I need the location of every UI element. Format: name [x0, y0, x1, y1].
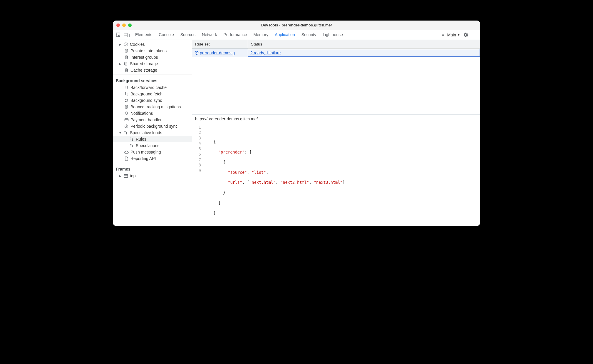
- sidebar-item-label: Interest groups: [130, 55, 158, 60]
- svg-rect-2: [127, 34, 129, 37]
- svg-point-11: [125, 86, 128, 87]
- sidebar-item-label: Cache storage: [130, 68, 157, 73]
- target-selector[interactable]: Main ▼: [447, 33, 460, 37]
- sidebar-item-notifications[interactable]: Notifications: [113, 110, 192, 117]
- rules-table: Rule set Status prerender-demos.g 2 read…: [192, 40, 480, 115]
- section-frames: Frames: [113, 164, 192, 173]
- tab-security[interactable]: Security: [301, 31, 317, 39]
- device-icon[interactable]: [123, 31, 130, 39]
- sidebar-item-label: Cookies: [130, 42, 145, 47]
- inspect-icon[interactable]: [115, 31, 122, 39]
- divider: [113, 163, 192, 163]
- sidebar-item-label: Payment handler: [130, 117, 162, 122]
- sidebar-item-speculations[interactable]: Speculations: [113, 142, 192, 149]
- sidebar-item-label: Background fetch: [130, 92, 163, 96]
- col-header-rule[interactable]: Rule set: [192, 40, 248, 48]
- settings-icon[interactable]: [463, 32, 468, 38]
- tab-network[interactable]: Network: [201, 31, 217, 39]
- cell-rule[interactable]: prerender-demos.g: [192, 49, 248, 57]
- sidebar-item-payment[interactable]: Payment handler: [113, 117, 192, 123]
- sidebar-item-periodic[interactable]: Periodic background sync: [113, 123, 192, 129]
- panel-tabs: Elements Console Sources Network Perform…: [135, 31, 441, 39]
- database-icon: [124, 105, 129, 109]
- sidebar-item-label: Notifications: [130, 111, 153, 116]
- table-row[interactable]: prerender-demos.g 2 ready, 1 failure: [192, 49, 480, 57]
- card-icon: [124, 117, 129, 122]
- tab-elements[interactable]: Elements: [135, 31, 153, 39]
- svg-point-5: [126, 44, 127, 45]
- window-title: DevTools - prerender-demos.glitch.me/: [113, 23, 480, 27]
- sidebar-item-bg-sync[interactable]: Background sync: [113, 97, 192, 104]
- database-icon: [124, 68, 129, 73]
- cell-status[interactable]: 2 ready, 1 failure: [248, 49, 480, 57]
- col-header-status[interactable]: Status: [248, 40, 480, 48]
- devtools-window: DevTools - prerender-demos.glitch.me/ El…: [113, 21, 480, 226]
- sidebar-item-rules[interactable]: Rules: [113, 136, 192, 142]
- traffic-lights: [116, 23, 132, 27]
- sidebar-item-label: Reporting API: [130, 156, 156, 161]
- svg-rect-13: [125, 119, 128, 121]
- section-background-services: Background services: [113, 76, 192, 84]
- detail-url: https://prerender-demos.glitch.me/: [192, 115, 480, 123]
- sidebar-item-frame-top[interactable]: ▶ top: [113, 173, 192, 179]
- line-gutter: 1 2 3 4 5 6 7 8 9: [192, 124, 204, 225]
- tab-console[interactable]: Console: [158, 31, 174, 39]
- sidebar-item-cache-storage[interactable]: Cache storage: [113, 67, 192, 73]
- database-icon: [124, 85, 129, 90]
- tab-lighthouse[interactable]: Lighthouse: [322, 31, 344, 39]
- sidebar-item-label: Bounce tracking mitigations: [130, 105, 181, 109]
- tab-application[interactable]: Application: [274, 31, 296, 39]
- transfer-icon: [123, 130, 128, 135]
- sidebar: ▶ Cookies Private state tokens Interest …: [113, 40, 192, 226]
- sidebar-item-label: top: [130, 173, 135, 178]
- chevron-down-icon: ▼: [119, 131, 122, 134]
- sidebar-item-bounce[interactable]: Bounce tracking mitigations: [113, 104, 192, 110]
- cell-rule-text: prerender-demos.g: [200, 50, 235, 55]
- cell-status-text: 2 ready, 1 failure: [250, 50, 281, 55]
- sidebar-item-label: Background sync: [130, 98, 162, 103]
- transfer-icon: [129, 137, 134, 141]
- toolbar: Elements Console Sources Network Perform…: [113, 30, 480, 40]
- sidebar-item-label: Speculative loads: [130, 130, 162, 135]
- svg-point-6: [125, 45, 126, 45]
- database-icon: [123, 61, 128, 66]
- target-label: Main: [447, 33, 456, 37]
- sidebar-item-private-state[interactable]: Private state tokens: [113, 48, 192, 54]
- svg-point-8: [125, 56, 128, 57]
- clock-icon: [124, 124, 129, 129]
- sidebar-item-push[interactable]: Push messaging: [113, 149, 192, 155]
- bell-icon: [124, 111, 129, 116]
- svg-point-3: [124, 43, 128, 46]
- kebab-icon[interactable]: ⋮: [471, 33, 477, 36]
- svg-point-10: [125, 69, 128, 70]
- transfer-icon: [129, 143, 134, 148]
- code-content[interactable]: { "prerender": [ { "source": "list", "ur…: [204, 124, 345, 225]
- sidebar-item-shared-storage[interactable]: ▶ Shared storage: [113, 60, 192, 67]
- code-viewer: 1 2 3 4 5 6 7 8 9 { "prerender": [ { "so…: [192, 123, 480, 226]
- close-icon[interactable]: [116, 23, 120, 27]
- svg-point-12: [125, 105, 128, 107]
- sidebar-item-cookies[interactable]: ▶ Cookies: [113, 41, 192, 48]
- cookie-icon: [123, 42, 128, 47]
- transfer-icon: [124, 92, 129, 96]
- sidebar-item-label: Private state tokens: [130, 48, 167, 53]
- tab-memory[interactable]: Memory: [253, 31, 269, 39]
- chevron-right-icon: ▶: [119, 43, 122, 46]
- sidebar-item-reporting[interactable]: Reporting API: [113, 155, 192, 162]
- frame-icon: [123, 173, 128, 178]
- maximize-icon[interactable]: [128, 23, 132, 27]
- sidebar-item-speculative[interactable]: ▼ Speculative loads: [113, 129, 192, 136]
- sidebar-item-interest-groups[interactable]: Interest groups: [113, 54, 192, 60]
- cloud-icon: [124, 150, 129, 154]
- more-tabs-icon[interactable]: »: [442, 32, 444, 38]
- sidebar-item-label: Push messaging: [130, 150, 161, 154]
- minimize-icon[interactable]: [122, 23, 126, 27]
- content: ▶ Cookies Private state tokens Interest …: [113, 40, 480, 226]
- tab-sources[interactable]: Sources: [180, 31, 196, 39]
- sidebar-item-bg-fetch[interactable]: Background fetch: [113, 91, 192, 97]
- sidebar-item-label: Back/forward cache: [130, 85, 167, 90]
- sidebar-item-bf-cache[interactable]: Back/forward cache: [113, 84, 192, 91]
- svg-point-19: [196, 53, 197, 53]
- sidebar-item-label: Rules: [136, 137, 146, 141]
- tab-performance[interactable]: Performance: [223, 31, 247, 39]
